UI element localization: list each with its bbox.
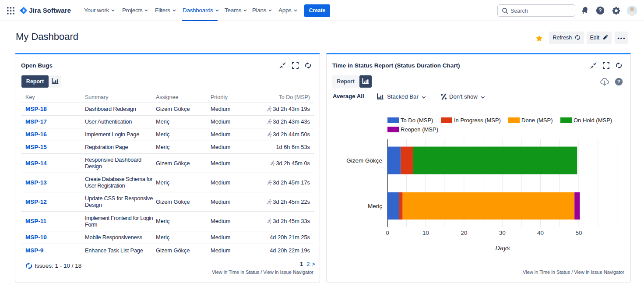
- svg-text:Gizem Gökçe: Gizem Gökçe: [346, 157, 382, 164]
- svg-text:40: 40: [537, 230, 544, 236]
- svg-text:?: ?: [598, 7, 602, 14]
- svg-text:20: 20: [461, 230, 467, 236]
- svg-text:30: 30: [499, 230, 506, 236]
- svg-text:0: 0: [386, 230, 389, 236]
- svg-text:10: 10: [422, 230, 429, 236]
- svg-text:Days: Days: [495, 244, 510, 252]
- svg-text:?: ?: [617, 79, 620, 84]
- svg-text:50: 50: [575, 230, 582, 236]
- svg-text:Meriç: Meriç: [368, 203, 382, 209]
